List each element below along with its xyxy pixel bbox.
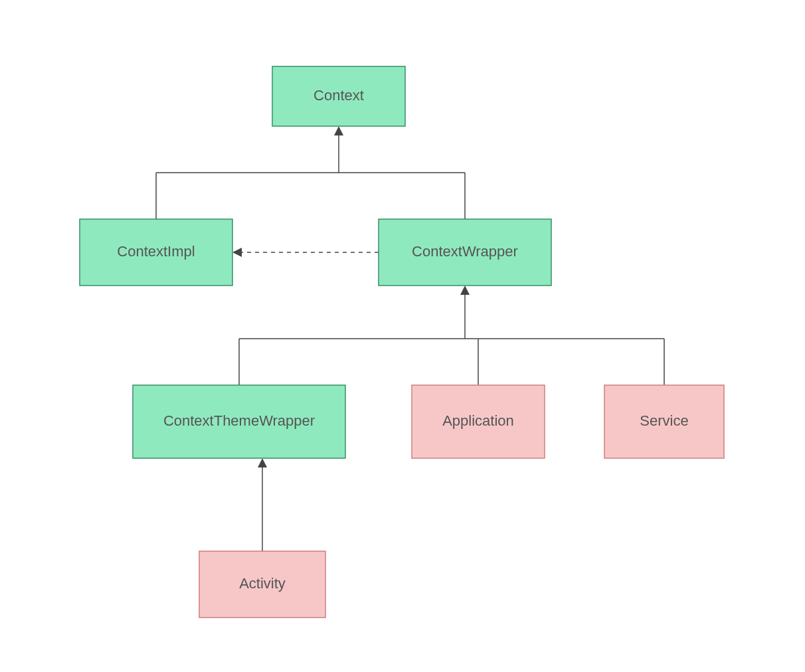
node-activity: Activity [199,551,325,618]
edge-to-context-wrapper [239,286,664,385]
node-context: Context [272,66,405,126]
node-context-wrapper: ContextWrapper [379,219,551,286]
node-label-context-wrapper: ContextWrapper [412,243,518,260]
node-label-activity: Activity [239,575,286,592]
class-hierarchy-diagram: ContextContextImplContextWrapperContextT… [0,0,805,672]
node-label-service: Service [640,412,688,429]
edge-to-context [156,126,465,219]
node-label-context-impl: ContextImpl [117,243,195,260]
node-context-impl: ContextImpl [80,219,232,286]
edge-activity-to-themewrapper [258,458,267,551]
node-label-application: Application [442,412,514,429]
svg-marker-8 [460,286,470,295]
node-label-context: Context [313,87,364,104]
node-application: Application [412,385,545,458]
svg-marker-1 [334,126,343,135]
svg-marker-6 [232,248,242,257]
node-label-context-theme-wrapper: ContextThemeWrapper [163,412,315,429]
node-service: Service [604,385,724,458]
edge-wrapper-to-impl [232,248,379,257]
svg-marker-14 [258,458,267,467]
node-context-theme-wrapper: ContextThemeWrapper [133,385,345,458]
